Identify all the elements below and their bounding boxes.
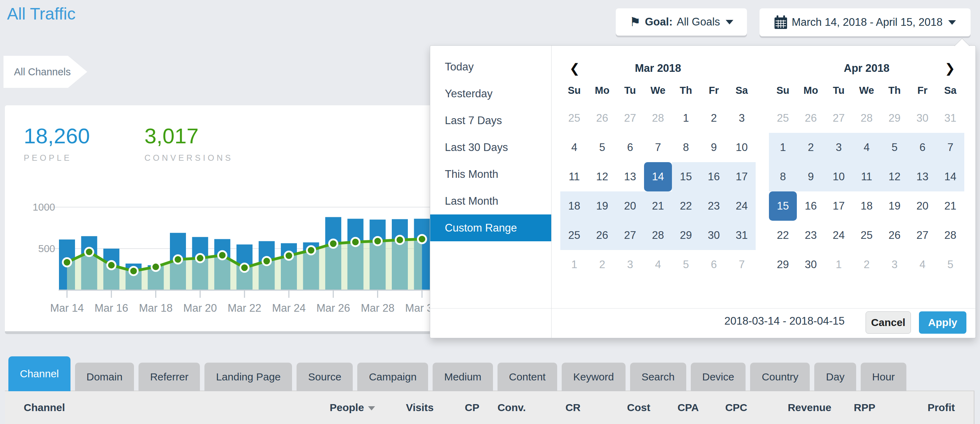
apply-button[interactable]: Apply	[919, 311, 966, 334]
day-cell[interactable]: 26	[588, 221, 616, 250]
column-header-people[interactable]: People	[330, 391, 375, 424]
tab-landing-page[interactable]: Landing Page	[204, 363, 292, 391]
day-cell[interactable]: 10	[825, 162, 853, 191]
tab-day[interactable]: Day	[814, 363, 856, 391]
tab-device[interactable]: Device	[691, 363, 746, 391]
day-cell[interactable]: 2	[853, 250, 881, 279]
day-cell[interactable]: 17	[825, 191, 853, 221]
column-header-cr[interactable]: CR	[566, 391, 581, 424]
column-header-cp[interactable]: CP	[465, 391, 479, 424]
column-header-cpc[interactable]: CPC	[725, 391, 747, 424]
day-cell[interactable]: 30	[908, 103, 936, 133]
day-cell[interactable]: 3	[728, 103, 756, 133]
day-cell[interactable]: 28	[936, 221, 964, 250]
day-cell[interactable]: 3	[616, 250, 644, 279]
preset-last-30-days[interactable]: Last 30 Days	[430, 134, 551, 161]
day-cell[interactable]: 1	[672, 103, 700, 133]
day-cell[interactable]: 2	[797, 133, 825, 162]
day-cell[interactable]: 23	[797, 221, 825, 250]
column-header-visits[interactable]: Visits	[406, 391, 434, 424]
day-cell[interactable]: 31	[936, 103, 964, 133]
day-cell[interactable]: 25	[560, 103, 588, 133]
day-cell[interactable]: 25	[853, 221, 881, 250]
tab-content[interactable]: Content	[498, 363, 557, 391]
day-cell[interactable]: 28	[853, 103, 881, 133]
tab-channel[interactable]: Channel	[8, 356, 70, 391]
day-cell[interactable]: 27	[616, 103, 644, 133]
day-cell[interactable]: 2	[588, 250, 616, 279]
day-cell[interactable]: 24	[825, 221, 853, 250]
day-cell-selected[interactable]: 15	[769, 191, 797, 221]
tab-keyword[interactable]: Keyword	[562, 363, 625, 391]
day-cell[interactable]: 10	[728, 133, 756, 162]
date-range-dropdown-button[interactable]: March 14, 2018 - April 15, 2018	[759, 8, 970, 36]
breadcrumb-all-channels[interactable]: All Channels	[3, 56, 87, 88]
tab-campaign[interactable]: Campaign	[357, 363, 428, 391]
day-cell[interactable]: 6	[616, 133, 644, 162]
day-cell[interactable]: 16	[797, 191, 825, 221]
column-header-rpp[interactable]: RPP	[854, 391, 875, 424]
day-cell[interactable]: 28	[644, 221, 672, 250]
day-cell-selected[interactable]: 14	[644, 162, 672, 191]
day-cell[interactable]: 7	[644, 133, 672, 162]
day-cell[interactable]: 13	[616, 162, 644, 191]
day-cell[interactable]: 17	[728, 162, 756, 191]
day-cell[interactable]: 8	[672, 133, 700, 162]
day-cell[interactable]: 9	[700, 133, 728, 162]
column-header-revenue[interactable]: Revenue	[788, 391, 831, 424]
preset-this-month[interactable]: This Month	[430, 161, 551, 187]
goal-dropdown-button[interactable]: ⚑ Goal: All Goals	[616, 8, 747, 36]
day-cell[interactable]: 11	[560, 162, 588, 191]
day-cell[interactable]: 16	[700, 162, 728, 191]
day-cell[interactable]: 2	[700, 103, 728, 133]
day-cell[interactable]: 26	[881, 221, 908, 250]
previous-month-icon[interactable]: ❮	[570, 56, 580, 81]
day-cell[interactable]: 8	[769, 162, 797, 191]
day-cell[interactable]: 3	[825, 133, 853, 162]
day-cell[interactable]: 5	[881, 133, 908, 162]
day-cell[interactable]: 25	[560, 221, 588, 250]
tab-domain[interactable]: Domain	[75, 363, 134, 391]
day-cell[interactable]: 6	[908, 133, 936, 162]
day-cell[interactable]: 1	[825, 250, 853, 279]
day-cell[interactable]: 28	[644, 103, 672, 133]
day-cell[interactable]: 21	[936, 191, 964, 221]
preset-today[interactable]: Today	[430, 53, 551, 80]
day-cell[interactable]: 11	[853, 162, 881, 191]
day-cell[interactable]: 30	[797, 250, 825, 279]
day-cell[interactable]: 19	[881, 191, 908, 221]
day-cell[interactable]: 14	[936, 162, 964, 191]
day-cell[interactable]: 25	[769, 103, 797, 133]
day-cell[interactable]: 20	[616, 191, 644, 221]
day-cell[interactable]: 27	[616, 221, 644, 250]
day-cell[interactable]: 26	[588, 103, 616, 133]
day-cell[interactable]: 30	[700, 221, 728, 250]
day-cell[interactable]: 5	[936, 250, 964, 279]
preset-yesterday[interactable]: Yesterday	[430, 80, 551, 107]
day-cell[interactable]: 29	[769, 250, 797, 279]
day-cell[interactable]: 5	[588, 133, 616, 162]
day-cell[interactable]: 18	[560, 191, 588, 221]
day-cell[interactable]: 21	[644, 191, 672, 221]
day-cell[interactable]: 19	[588, 191, 616, 221]
next-month-icon[interactable]: ❯	[945, 56, 955, 81]
day-cell[interactable]: 27	[908, 221, 936, 250]
column-header-cost[interactable]: Cost	[627, 391, 650, 424]
column-header-conv[interactable]: Conv.	[498, 391, 526, 424]
tab-referrer[interactable]: Referrer	[138, 363, 200, 391]
day-cell[interactable]: 4	[853, 133, 881, 162]
day-cell[interactable]: 22	[672, 191, 700, 221]
day-cell[interactable]: 15	[672, 162, 700, 191]
day-cell[interactable]: 7	[936, 133, 964, 162]
day-cell[interactable]: 4	[908, 250, 936, 279]
day-cell[interactable]: 4	[644, 250, 672, 279]
day-cell[interactable]: 4	[560, 133, 588, 162]
day-cell[interactable]: 1	[560, 250, 588, 279]
day-cell[interactable]: 23	[700, 191, 728, 221]
day-cell[interactable]: 7	[728, 250, 756, 279]
day-cell[interactable]: 29	[672, 221, 700, 250]
day-cell[interactable]: 5	[672, 250, 700, 279]
tab-country[interactable]: Country	[750, 363, 810, 391]
tab-source[interactable]: Source	[296, 363, 353, 391]
day-cell[interactable]: 13	[908, 162, 936, 191]
